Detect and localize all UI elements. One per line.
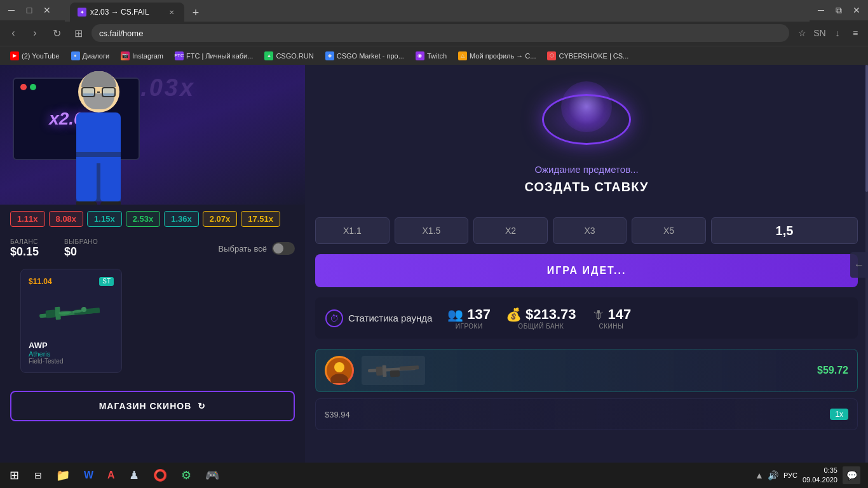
mult-btn-x3[interactable]: X3 [553,217,627,244]
shop-button[interactable]: МАГАЗИН СКИНОВ ↻ [10,391,295,421]
twitch-favicon: ◉ [416,51,424,60]
address-icons: ☆ SN ↓ ≡ [794,25,863,41]
taskbar-word[interactable]: W [78,464,100,487]
bookmark-cybershoke[interactable]: ⬡ CYBERSHOKE | CS... [542,48,634,64]
csgo-market-favicon: ◆ [325,51,334,60]
network-icon: ▲ [755,470,764,480]
stats-section: ⏱ Статистика раунда 👥 137 ИГРОКИ 💰 $213.… [315,297,858,339]
multiplier-badge-6[interactable]: 2.07x [203,211,238,227]
minimize-button[interactable]: ─ [5,4,18,17]
stats-title: Статистика раунда [348,313,432,323]
notification-button[interactable]: 💬 [843,466,860,484]
bookmark-dialogi[interactable]: ● Диалоги [66,48,115,64]
taskbar-opera[interactable]: ⭕ [147,464,173,487]
item-card[interactable]: $11.04 ST [20,269,122,373]
waiting-area: Ожидание предметов... СОЗДАТЬ СТАВКУ [315,75,858,207]
right-arrow-button[interactable]: ← [850,252,868,278]
volume-icon: 🔊 [768,470,778,480]
item-image [33,291,109,336]
stats-icon: ⏱ [325,309,343,327]
start-button[interactable]: ⊞ [3,464,25,487]
bookmark-my-profile-label: Мой профиль → C... [470,52,536,60]
active-tab[interactable]: ✦ x2.03 → CS.FAIL ✕ [70,3,184,22]
taskbar-game[interactable]: 🎮 [199,464,226,487]
bookmark-my-profile[interactable]: △ Мой профиль → C... [453,48,541,64]
taskbar-right: ▲ 🔊 РУС 0:35 09.04.2020 💬 [755,466,865,485]
multiplier-input[interactable]: 1,5 [711,217,858,244]
browser-chrome: ─ □ ✕ ✦ x2.03 → CS.FAIL ✕ + ─ ⧉ ✕ ‹ › ↻ … [0,0,868,65]
stats-title-area: ⏱ Статистика раунда [325,309,432,327]
create-bet-title: СОЗДАТЬ СТАВКУ [315,180,858,194]
balance-item: БАЛАНС $0.15 [10,238,39,259]
right-panel: Ожидание предметов... СОЗДАТЬ СТАВКУ X1.… [305,65,868,465]
back-button[interactable]: ‹ [5,25,22,41]
hero-area: x2.03x x2.03x [0,65,305,205]
extensions-button[interactable]: ⊞ [70,25,86,41]
multiplier-badge-1[interactable]: 1.11x [10,211,45,227]
mult-btn-x15[interactable]: X1.5 [395,217,469,244]
players-label: ИГРОКИ [456,323,483,330]
bookmark-youtube[interactable]: ▶ (2) YouTube [5,48,65,64]
players-stat: 👥 137 ИГРОКИ [447,306,491,330]
multiplier-badge-5[interactable]: 1.36x [164,211,199,227]
skins-stat: 🗡 147 СКИНЫ [592,306,632,330]
bookmark-instagram[interactable]: 📷 Instagram [116,48,168,64]
taskbar-steam[interactable]: ♟ [123,464,146,487]
bookmark-csgo-run[interactable]: ▲ CSGO.RUN [259,48,318,64]
taskbar-explorer[interactable]: 📁 [50,464,76,487]
mult-btn-x5[interactable]: X5 [632,217,706,244]
taskbar-search[interactable]: ⊟ [28,464,48,487]
player-entry[interactable]: $59.72 [315,349,858,392]
close-btn[interactable]: ✕ [850,4,863,17]
player-amount: $59.72 [817,365,848,376]
multiplier-badge-3[interactable]: 1.15x [87,211,122,227]
website-content: x2.03x x2.03x [0,65,868,465]
reload-button[interactable]: ↻ [48,25,65,41]
item-card-header: $11.04 ST [29,277,114,286]
tab-close-button[interactable]: ✕ [166,7,177,17]
restore-btn[interactable]: ⧉ [832,4,845,17]
svg-rect-12 [376,367,383,376]
minimize-btn[interactable]: ─ [815,4,827,17]
multiplier-badge-2[interactable]: 8.08x [49,211,84,227]
taskbar-settings[interactable]: ⚙ [175,464,198,487]
mult-btn-x11[interactable]: X1.1 [315,217,390,244]
multipliers-row: 1.11x 8.08x 1.15x 2.53x 1.36x 2.07x 17.5… [0,205,305,233]
address-input[interactable]: cs.fail/home [92,24,789,42]
bookmark-dialogi-label: Диалоги [83,52,110,60]
multiplier-badge-7[interactable]: 17.51x [241,211,280,227]
new-tab-button[interactable]: + [187,4,205,22]
select-all-toggle[interactable] [272,242,295,255]
forward-button[interactable]: › [27,25,43,41]
taskbar-clock: 0:35 09.04.2020 [803,466,837,485]
item-condition: Field-Tested [29,358,114,365]
svg-point-8 [334,362,344,372]
players-value: 137 [467,306,491,323]
svg-rect-2 [46,309,56,318]
bookmark-twitch[interactable]: ◉ Twitch [410,48,452,64]
bookmark-ftc-label: FTC | Личный каби... [186,52,253,60]
taskbar-items: ⊟ 📁 W A ♟ ⭕ ⚙ 🎮 [25,464,755,487]
browser-titlebar: ─ □ ✕ ✦ x2.03 → CS.FAIL ✕ + ─ ⧉ ✕ [0,0,868,20]
profile-icon[interactable]: SN [812,25,827,41]
taskbar-access[interactable]: A [101,464,121,487]
maximize-button[interactable]: □ [23,4,36,17]
download-icon[interactable]: ↓ [830,25,845,41]
left-panel: x2.03x x2.03x [0,65,305,465]
multiplier-badge-4[interactable]: 2.53x [126,211,161,227]
bookmark-twitch-label: Twitch [427,52,447,60]
mult-btn-x2[interactable]: X2 [473,217,548,244]
bank-icon: 💰 [506,307,522,322]
address-bar: ‹ › ↻ ⊞ cs.fail/home ☆ SN ↓ ≡ [0,20,868,46]
bookmark-csgo-market[interactable]: ◆ CSGO Market - про... [320,48,409,64]
game-button[interactable]: ИГРА ИДЕТ... [315,254,858,287]
bookmark-star-icon[interactable]: ☆ [794,25,810,41]
bookmark-csgo-market-label: CSGO Market - про... [337,52,404,60]
skins-icon: 🗡 [592,308,604,322]
menu-icon[interactable]: ≡ [848,25,863,41]
close-button[interactable]: ✕ [41,4,53,17]
ftc-favicon: FTC [175,51,184,60]
scroll-thumb[interactable] [865,65,868,192]
bookmark-ftc[interactable]: FTC FTC | Личный каби... [170,48,258,64]
cybershoke-favicon: ⬡ [547,51,556,60]
